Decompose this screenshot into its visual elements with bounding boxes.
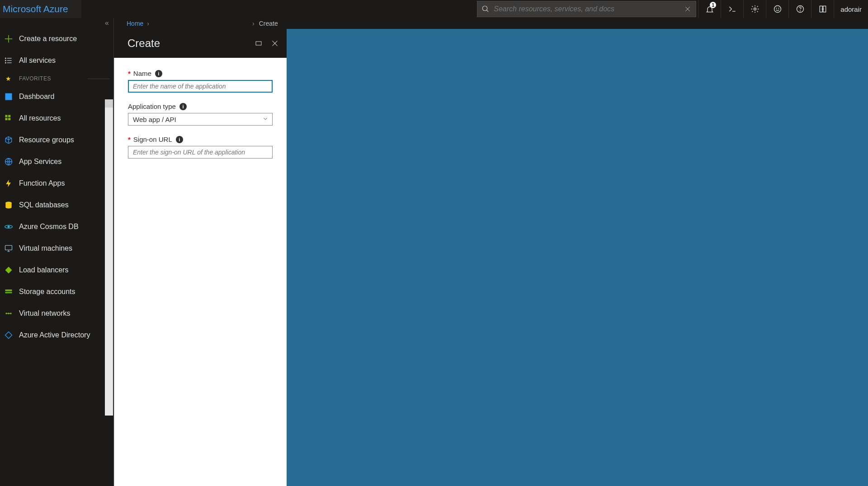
scrollbar[interactable] xyxy=(105,99,113,416)
notification-badge: 1 xyxy=(710,2,716,8)
field-signon-url: * Sign-on URL i xyxy=(128,136,273,159)
global-search[interactable] xyxy=(477,1,696,17)
brand-logo[interactable]: Microsoft Azure xyxy=(0,0,81,18)
sidebar-item-label: All resources xyxy=(19,114,61,122)
select-value: Web app / API xyxy=(133,116,262,123)
sidebar-item-virtual-networks[interactable]: Virtual networks xyxy=(0,303,113,324)
svg-point-5 xyxy=(754,8,756,10)
globe-icon xyxy=(3,156,14,168)
search-icon xyxy=(477,1,494,17)
apptype-label: Application type i xyxy=(128,103,273,110)
sidebar-item-label: Virtual machines xyxy=(19,244,72,252)
main-area: « Create a resource All services ★ FAVOR… xyxy=(0,18,868,486)
monitor-icon xyxy=(3,243,14,254)
sidebar-all-services[interactable]: All services xyxy=(0,50,113,71)
info-icon[interactable]: i xyxy=(179,103,187,110)
sidebar-item-label: Dashboard xyxy=(19,93,54,101)
dashboard-icon xyxy=(3,91,14,103)
help-button[interactable] xyxy=(788,0,811,18)
sidebar-item-label: Azure Cosmos DB xyxy=(19,223,79,231)
sidebar-item-label: All services xyxy=(19,56,56,65)
signon-label: * Sign-on URL i xyxy=(128,136,273,143)
close-blade-button[interactable] xyxy=(267,35,283,51)
svg-rect-22 xyxy=(5,115,8,117)
feedback-button[interactable] xyxy=(766,0,788,18)
network-icon xyxy=(3,308,14,319)
blade-header: Create xyxy=(114,29,287,58)
account-menu[interactable]: adorair xyxy=(834,0,868,18)
svg-point-6 xyxy=(774,6,781,13)
blade-title: Create xyxy=(127,37,250,50)
cube-icon xyxy=(3,134,14,146)
top-bar: Microsoft Azure 1 adorair xyxy=(0,0,868,18)
sidebar-item-label: Resource groups xyxy=(19,136,74,144)
sidebar-item-virtual-machines[interactable]: Virtual machines xyxy=(0,238,113,259)
favorites-list: DashboardAll resourcesResource groupsApp… xyxy=(0,86,113,346)
sidebar-item-label: Load balancers xyxy=(19,266,68,274)
sidebar-item-azure-cosmos-db[interactable]: Azure Cosmos DB xyxy=(0,216,113,238)
sidebar-item-dashboard[interactable]: Dashboard xyxy=(0,86,113,107)
directory-switch-button[interactable] xyxy=(811,0,834,18)
sidebar: « Create a resource All services ★ FAVOR… xyxy=(0,18,114,486)
sidebar-item-resource-groups[interactable]: Resource groups xyxy=(0,129,113,151)
sidebar-item-load-balancers[interactable]: Load balancers xyxy=(0,259,113,281)
svg-point-17 xyxy=(5,60,6,61)
svg-rect-24 xyxy=(5,118,8,120)
sidebar-item-label: Virtual networks xyxy=(19,309,71,318)
sidebar-item-label: Azure Active Directory xyxy=(19,331,90,339)
clear-search-icon[interactable] xyxy=(679,1,696,17)
create-blade: Create * Name i Application type i xyxy=(114,18,287,486)
info-icon[interactable]: i xyxy=(155,70,162,77)
list-icon xyxy=(3,55,14,66)
aad-icon xyxy=(3,329,14,341)
svg-point-19 xyxy=(5,62,6,63)
svg-point-15 xyxy=(5,58,6,59)
svg-line-1 xyxy=(487,10,489,12)
sidebar-item-label: Create a resource xyxy=(19,35,77,43)
notifications-button[interactable]: 1 xyxy=(698,0,721,18)
settings-button[interactable] xyxy=(743,0,766,18)
search-input[interactable] xyxy=(494,5,679,13)
name-label: * Name i xyxy=(128,70,273,77)
sidebar-item-label: Storage accounts xyxy=(19,288,75,296)
field-name: * Name i xyxy=(128,70,273,93)
collapse-sidebar-button[interactable]: « xyxy=(0,18,113,28)
maximize-blade-button[interactable] xyxy=(250,35,267,51)
sidebar-item-storage-accounts[interactable]: Storage accounts xyxy=(0,281,113,303)
label-text: Name xyxy=(133,70,151,77)
blade-body: * Name i Application type i Web app / AP… xyxy=(114,58,287,486)
application-type-select[interactable]: Web app / API xyxy=(128,113,273,126)
svg-point-8 xyxy=(778,8,779,9)
topbar-actions: 1 xyxy=(698,0,834,18)
database-icon xyxy=(3,199,14,211)
collapse-icon: « xyxy=(105,19,109,27)
svg-rect-21 xyxy=(5,93,12,100)
required-asterisk: * xyxy=(128,136,131,143)
signon-url-input[interactable] xyxy=(128,146,273,159)
sidebar-create-resource[interactable]: Create a resource xyxy=(0,28,113,50)
divider xyxy=(87,79,110,79)
cloud-shell-button[interactable] xyxy=(721,0,743,18)
sidebar-item-azure-active-directory[interactable]: Azure Active Directory xyxy=(0,324,113,346)
label-text: Sign-on URL xyxy=(133,136,172,143)
svg-rect-34 xyxy=(5,292,12,293)
svg-rect-23 xyxy=(8,115,10,117)
scroll-up-arrow-icon[interactable] xyxy=(105,99,113,107)
diamond-icon xyxy=(3,264,14,276)
svg-point-0 xyxy=(483,6,488,11)
sidebar-item-app-services[interactable]: App Services xyxy=(0,151,113,173)
sidebar-item-all-resources[interactable]: All resources xyxy=(0,107,113,129)
name-input[interactable] xyxy=(128,80,273,93)
plus-icon xyxy=(3,33,14,45)
svg-point-28 xyxy=(8,226,10,228)
sidebar-item-function-apps[interactable]: Function Apps xyxy=(0,173,113,194)
bolt-icon xyxy=(3,178,14,189)
info-icon[interactable]: i xyxy=(176,136,183,143)
svg-rect-33 xyxy=(5,290,12,291)
storage-icon xyxy=(3,286,14,298)
dashboard-canvas[interactable] xyxy=(287,29,868,486)
orbit-icon xyxy=(3,221,14,233)
sidebar-item-label: SQL databases xyxy=(19,201,69,209)
sidebar-item-label: App Services xyxy=(19,158,61,166)
sidebar-item-sql-databases[interactable]: SQL databases xyxy=(0,194,113,216)
